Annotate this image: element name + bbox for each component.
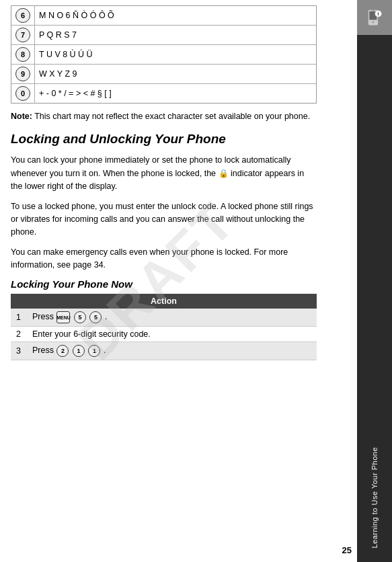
step-action-3: Press 2 1 1 .	[27, 342, 317, 360]
chars-cell: M N O 6 Ñ Ò Ó Ô Õ	[35, 6, 317, 26]
action-table-header-row: Action	[11, 294, 317, 309]
step-action-1: Press MENU 5 5 .	[27, 309, 317, 327]
action-step-1: 1 Press MENU 5 5 .	[11, 309, 317, 327]
action-step-2: 2 Enter your 6-digit security code.	[11, 327, 317, 342]
key-5a: 5	[74, 311, 86, 323]
chars-cell: P Q R S 7	[35, 26, 317, 45]
note-paragraph: Note: This chart may not reflect the exa…	[11, 110, 317, 123]
action-header-cell: Action	[11, 294, 317, 309]
key-1b: 1	[88, 345, 100, 357]
step-action-2: Enter your 6-digit security code.	[27, 327, 317, 342]
key-cell: 0	[11, 84, 35, 104]
key-cell: 8	[11, 45, 35, 65]
table-row: 9 W X Y Z 9	[11, 65, 317, 84]
chars-cell: T U V 8 Ù Ú Ü	[35, 45, 317, 65]
chars-cell: W X Y Z 9	[35, 65, 317, 84]
key-6-circle: 6	[15, 8, 30, 23]
key-cell: 7	[11, 26, 35, 45]
action-step-3: 3 Press 2 1 1 .	[11, 342, 317, 360]
key-2: 2	[56, 345, 69, 357]
body-para-3: You can make emergency calls even when y…	[11, 246, 317, 272]
phone-info-icon: i	[365, 8, 384, 27]
body-para-2: To use a locked phone, you must enter th…	[11, 200, 317, 239]
table-row: 0 + - 0 * / = > < # § [ ]	[11, 84, 317, 104]
key-menu: MENU	[56, 311, 70, 323]
key-1a: 1	[73, 345, 85, 357]
svg-rect-4	[373, 10, 375, 11]
note-label: Note:	[11, 112, 32, 121]
char-table: 6 M N O 6 Ñ Ò Ó Ô Õ 7 P Q R S 7 8 T U V …	[11, 5, 317, 104]
step-number-3: 3	[11, 342, 27, 360]
sidebar-label: Learning to Use Your Phone	[370, 447, 379, 549]
right-sidebar: i Learning to Use Your Phone	[357, 0, 392, 562]
step-number-2: 2	[11, 327, 27, 342]
step-number-1: 1	[11, 309, 27, 327]
svg-point-2	[373, 22, 375, 24]
page-number: 25	[342, 545, 352, 555]
sub-heading: Locking Your Phone Now	[11, 278, 317, 290]
press-label-3: Press	[32, 346, 56, 356]
key-5b: 5	[89, 311, 102, 323]
step-period-1: .	[105, 313, 107, 322]
table-row: 7 P Q R S 7	[11, 26, 317, 45]
svg-text:i: i	[378, 11, 379, 16]
key-8-circle: 8	[15, 47, 30, 62]
body-para-1: You can lock your phone immediately or s…	[11, 154, 317, 193]
svg-point-3	[371, 10, 372, 11]
note-text: This chart may not reflect the exact cha…	[32, 112, 310, 121]
key-cell: 6	[11, 6, 35, 26]
key-7-circle: 7	[15, 28, 30, 42]
main-content: 6 M N O 6 Ñ Ò Ó Ô Õ 7 P Q R S 7 8 T U V …	[0, 0, 357, 562]
key-0-circle: 0	[15, 86, 30, 101]
info-icon-box: i	[357, 0, 392, 35]
lock-symbol: 🔒	[219, 169, 229, 178]
section-heading: Locking and Unlocking Your Phone	[11, 131, 317, 148]
key-cell: 9	[11, 65, 35, 84]
action-table: Action 1 Press MENU 5 5 . 2 Enter you	[11, 294, 317, 360]
table-row: 8 T U V 8 Ù Ú Ü	[11, 45, 317, 65]
key-9-circle: 9	[15, 67, 30, 81]
step-period-3: .	[104, 346, 106, 356]
press-label-1: Press	[32, 313, 56, 322]
chars-cell: + - 0 * / = > < # § [ ]	[35, 84, 317, 104]
table-row: 6 M N O 6 Ñ Ò Ó Ô Õ	[11, 6, 317, 26]
